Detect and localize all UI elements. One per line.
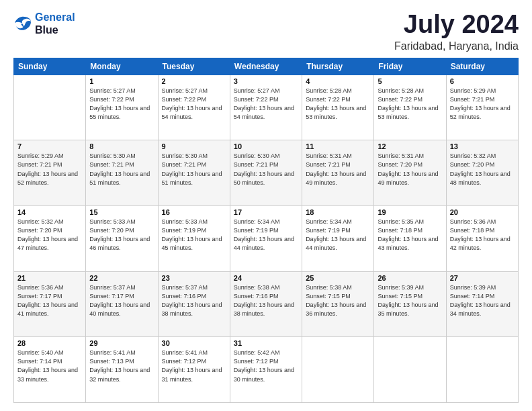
calendar-cell: 20 Sunrise: 5:36 AM Sunset: 7:18 PM Dayl… bbox=[446, 206, 518, 272]
day-info: Sunrise: 5:36 AM Sunset: 7:18 PM Dayligh… bbox=[450, 218, 515, 253]
day-info: Sunrise: 5:32 AM Sunset: 7:20 PM Dayligh… bbox=[17, 218, 82, 253]
col-wednesday: Wednesday bbox=[230, 58, 302, 75]
calendar-cell: 24 Sunrise: 5:38 AM Sunset: 7:16 PM Dayl… bbox=[230, 271, 302, 337]
col-monday: Monday bbox=[86, 58, 158, 75]
day-info: Sunrise: 5:27 AM Sunset: 7:22 PM Dayligh… bbox=[89, 87, 154, 122]
day-info: Sunrise: 5:30 AM Sunset: 7:21 PM Dayligh… bbox=[162, 152, 226, 187]
day-number: 10 bbox=[234, 142, 298, 150]
calendar-cell: 8 Sunrise: 5:30 AM Sunset: 7:21 PM Dayli… bbox=[86, 140, 158, 206]
day-number: 29 bbox=[89, 339, 154, 347]
day-number: 19 bbox=[378, 208, 442, 216]
week-row-3: 14 Sunrise: 5:32 AM Sunset: 7:20 PM Dayl… bbox=[14, 206, 519, 272]
day-number: 18 bbox=[306, 208, 370, 216]
calendar-cell: 6 Sunrise: 5:29 AM Sunset: 7:21 PM Dayli… bbox=[446, 75, 518, 140]
day-number: 4 bbox=[306, 77, 370, 85]
day-info: Sunrise: 5:34 AM Sunset: 7:19 PM Dayligh… bbox=[306, 218, 370, 253]
calendar-cell bbox=[446, 337, 518, 403]
day-number: 11 bbox=[306, 142, 370, 150]
day-info: Sunrise: 5:35 AM Sunset: 7:18 PM Dayligh… bbox=[378, 218, 442, 253]
col-friday: Friday bbox=[374, 58, 446, 75]
calendar-cell: 25 Sunrise: 5:38 AM Sunset: 7:15 PM Dayl… bbox=[302, 271, 374, 337]
day-info: Sunrise: 5:42 AM Sunset: 7:12 PM Dayligh… bbox=[234, 349, 298, 383]
title-section: July 2024 Faridabad, Haryana, India bbox=[394, 11, 519, 52]
week-row-5: 28 Sunrise: 5:40 AM Sunset: 7:14 PM Dayl… bbox=[14, 337, 519, 403]
day-info: Sunrise: 5:41 AM Sunset: 7:12 PM Dayligh… bbox=[162, 349, 226, 383]
calendar-cell: 4 Sunrise: 5:28 AM Sunset: 7:22 PM Dayli… bbox=[302, 75, 374, 140]
day-number: 16 bbox=[162, 208, 226, 216]
day-info: Sunrise: 5:29 AM Sunset: 7:21 PM Dayligh… bbox=[17, 152, 82, 187]
calendar-cell: 9 Sunrise: 5:30 AM Sunset: 7:21 PM Dayli… bbox=[158, 140, 230, 206]
day-info: Sunrise: 5:30 AM Sunset: 7:21 PM Dayligh… bbox=[234, 152, 298, 187]
calendar-cell: 14 Sunrise: 5:32 AM Sunset: 7:20 PM Dayl… bbox=[14, 206, 86, 272]
calendar-cell: 12 Sunrise: 5:31 AM Sunset: 7:20 PM Dayl… bbox=[374, 140, 446, 206]
day-info: Sunrise: 5:37 AM Sunset: 7:17 PM Dayligh… bbox=[89, 283, 154, 318]
calendar-header-row: Sunday Monday Tuesday Wednesday Thursday… bbox=[14, 58, 519, 75]
day-number: 23 bbox=[162, 274, 226, 282]
day-info: Sunrise: 5:32 AM Sunset: 7:20 PM Dayligh… bbox=[450, 152, 515, 187]
calendar-cell: 22 Sunrise: 5:37 AM Sunset: 7:17 PM Dayl… bbox=[86, 271, 158, 337]
calendar-cell bbox=[374, 337, 446, 403]
day-number: 3 bbox=[234, 77, 298, 85]
day-info: Sunrise: 5:37 AM Sunset: 7:16 PM Dayligh… bbox=[162, 283, 226, 318]
calendar-cell: 23 Sunrise: 5:37 AM Sunset: 7:16 PM Dayl… bbox=[158, 271, 230, 337]
day-number: 26 bbox=[378, 274, 442, 282]
calendar-cell: 2 Sunrise: 5:27 AM Sunset: 7:22 PM Dayli… bbox=[158, 75, 230, 140]
day-info: Sunrise: 5:39 AM Sunset: 7:15 PM Dayligh… bbox=[378, 283, 442, 318]
day-info: Sunrise: 5:31 AM Sunset: 7:21 PM Dayligh… bbox=[306, 152, 370, 187]
day-number: 25 bbox=[306, 274, 370, 282]
day-info: Sunrise: 5:30 AM Sunset: 7:21 PM Dayligh… bbox=[89, 152, 154, 187]
calendar-cell: 21 Sunrise: 5:36 AM Sunset: 7:17 PM Dayl… bbox=[14, 271, 86, 337]
calendar-cell: 29 Sunrise: 5:41 AM Sunset: 7:13 PM Dayl… bbox=[86, 337, 158, 403]
calendar-cell: 26 Sunrise: 5:39 AM Sunset: 7:15 PM Dayl… bbox=[374, 271, 446, 337]
day-info: Sunrise: 5:33 AM Sunset: 7:20 PM Dayligh… bbox=[89, 218, 154, 253]
calendar-cell: 1 Sunrise: 5:27 AM Sunset: 7:22 PM Dayli… bbox=[86, 75, 158, 140]
day-number: 7 bbox=[17, 142, 82, 150]
col-sunday: Sunday bbox=[14, 58, 86, 75]
calendar-table: Sunday Monday Tuesday Wednesday Thursday… bbox=[13, 58, 519, 403]
subtitle: Faridabad, Haryana, India bbox=[394, 40, 519, 52]
main-title: July 2024 bbox=[394, 11, 519, 39]
day-number: 21 bbox=[17, 274, 82, 282]
day-number: 9 bbox=[162, 142, 226, 150]
day-info: Sunrise: 5:41 AM Sunset: 7:13 PM Dayligh… bbox=[89, 349, 154, 383]
day-number: 15 bbox=[89, 208, 154, 216]
day-info: Sunrise: 5:28 AM Sunset: 7:22 PM Dayligh… bbox=[378, 87, 442, 122]
day-number: 17 bbox=[234, 208, 298, 216]
calendar-cell: 19 Sunrise: 5:35 AM Sunset: 7:18 PM Dayl… bbox=[374, 206, 446, 272]
week-row-4: 21 Sunrise: 5:36 AM Sunset: 7:17 PM Dayl… bbox=[14, 271, 519, 337]
week-row-2: 7 Sunrise: 5:29 AM Sunset: 7:21 PM Dayli… bbox=[14, 140, 519, 206]
day-info: Sunrise: 5:29 AM Sunset: 7:21 PM Dayligh… bbox=[450, 87, 515, 122]
calendar-cell bbox=[14, 75, 86, 140]
day-info: Sunrise: 5:28 AM Sunset: 7:22 PM Dayligh… bbox=[306, 87, 370, 122]
col-thursday: Thursday bbox=[302, 58, 374, 75]
day-info: Sunrise: 5:39 AM Sunset: 7:14 PM Dayligh… bbox=[450, 283, 515, 318]
calendar-cell: 30 Sunrise: 5:41 AM Sunset: 7:12 PM Dayl… bbox=[158, 337, 230, 403]
logo-icon bbox=[13, 15, 32, 32]
day-number: 30 bbox=[162, 339, 226, 347]
day-info: Sunrise: 5:40 AM Sunset: 7:14 PM Dayligh… bbox=[17, 349, 82, 383]
week-row-1: 1 Sunrise: 5:27 AM Sunset: 7:22 PM Dayli… bbox=[14, 75, 519, 140]
calendar-cell: 31 Sunrise: 5:42 AM Sunset: 7:12 PM Dayl… bbox=[230, 337, 302, 403]
day-number: 2 bbox=[162, 77, 226, 85]
day-info: Sunrise: 5:33 AM Sunset: 7:19 PM Dayligh… bbox=[162, 218, 226, 253]
col-saturday: Saturday bbox=[446, 58, 518, 75]
calendar-cell: 28 Sunrise: 5:40 AM Sunset: 7:14 PM Dayl… bbox=[14, 337, 86, 403]
page: General Blue July 2024 Faridabad, Haryan… bbox=[0, 0, 532, 411]
day-number: 13 bbox=[450, 142, 515, 150]
logo-text: General Blue bbox=[35, 11, 75, 36]
day-number: 14 bbox=[17, 208, 82, 216]
day-info: Sunrise: 5:36 AM Sunset: 7:17 PM Dayligh… bbox=[17, 283, 82, 318]
header: General Blue July 2024 Faridabad, Haryan… bbox=[13, 11, 519, 52]
calendar-cell: 15 Sunrise: 5:33 AM Sunset: 7:20 PM Dayl… bbox=[86, 206, 158, 272]
calendar-cell: 13 Sunrise: 5:32 AM Sunset: 7:20 PM Dayl… bbox=[446, 140, 518, 206]
day-info: Sunrise: 5:38 AM Sunset: 7:16 PM Dayligh… bbox=[234, 283, 298, 318]
calendar-cell: 11 Sunrise: 5:31 AM Sunset: 7:21 PM Dayl… bbox=[302, 140, 374, 206]
calendar-cell: 10 Sunrise: 5:30 AM Sunset: 7:21 PM Dayl… bbox=[230, 140, 302, 206]
day-number: 12 bbox=[378, 142, 442, 150]
day-info: Sunrise: 5:34 AM Sunset: 7:19 PM Dayligh… bbox=[234, 218, 298, 253]
day-number: 1 bbox=[89, 77, 154, 85]
calendar-cell: 17 Sunrise: 5:34 AM Sunset: 7:19 PM Dayl… bbox=[230, 206, 302, 272]
calendar-cell: 3 Sunrise: 5:27 AM Sunset: 7:22 PM Dayli… bbox=[230, 75, 302, 140]
day-info: Sunrise: 5:31 AM Sunset: 7:20 PM Dayligh… bbox=[378, 152, 442, 187]
day-number: 31 bbox=[234, 339, 298, 347]
